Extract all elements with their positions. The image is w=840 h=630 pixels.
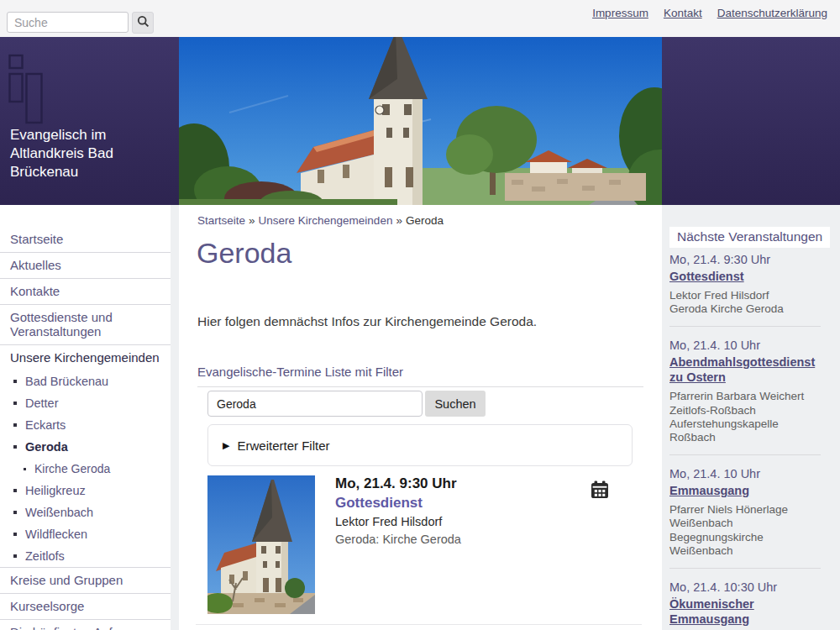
next-events-heading: Nächste Veranstaltungen <box>669 227 830 248</box>
event-separator <box>196 624 642 625</box>
search-input[interactable] <box>7 12 129 33</box>
nav-gottesdienste[interactable]: Gottesdienste und Veranstaltungen <box>0 305 171 345</box>
magnifier-icon <box>137 15 150 30</box>
site-title[interactable]: Evangelisch im Altlandkreis Bad Brückena… <box>10 126 157 181</box>
nav-kurseelsorge[interactable]: Kurseelsorge <box>0 594 171 620</box>
nav-kontakte[interactable]: Kontakte <box>0 279 171 305</box>
sidebar-event: Mo, 21.4. 9:30 Uhr Gottesdienst Lektor F… <box>669 252 821 316</box>
nav-unsere-kirchengemeinden[interactable]: Unsere Kirchengemeinden <box>0 345 171 370</box>
filter-section-heading: Evangelische-Termine Liste mit Filter <box>197 365 643 387</box>
nav-eckarts[interactable]: Eckarts <box>0 414 171 436</box>
sidebar-event: Mo, 21.4. 10 Uhr Emmausgang Pfarrer Niel… <box>669 466 821 558</box>
sidebar-event-datetime: Mo, 21.4. 10 Uhr <box>669 466 821 482</box>
sidebar-event-title-link[interactable]: Abendmahlsgottesdienst zu Ostern <box>669 354 821 385</box>
bullet-icon <box>24 468 26 470</box>
event-filter-input[interactable] <box>207 391 423 417</box>
nav-label: Weißenbach <box>25 506 93 519</box>
sidebar-separator <box>669 568 821 569</box>
breadcrumb-kirchengemeinden[interactable]: Unsere Kirchengemeinden <box>259 214 393 227</box>
nav-label: Zeitlofs <box>25 549 65 563</box>
link-datenschutz[interactable]: Datenschutzerklärung <box>717 7 827 19</box>
sidebar-event: Mo, 21.4. 10:30 Uhr Ökumenischer Emmausg… <box>669 580 821 630</box>
event-datetime: Mo, 21.4. 9:30 Uhr <box>335 475 457 492</box>
sidebar-event-person: Pfarrer Niels Hönerlage <box>669 503 821 517</box>
topbar-links: Impressum Kontakt Datenschutzerklärung <box>592 7 827 19</box>
breadcrumb-startseite[interactable]: Startseite <box>197 214 245 227</box>
nav-label: Wildflecken <box>25 528 87 541</box>
nav-weissenbach[interactable]: Weißenbach <box>0 501 171 523</box>
search-button[interactable] <box>132 12 154 34</box>
link-kontakt[interactable]: Kontakt <box>664 7 702 19</box>
nav-label: Kirche Geroda <box>34 462 110 475</box>
calendar-icon[interactable] <box>590 480 610 503</box>
sidebar-event-title-link[interactable]: Emmausgang <box>669 483 749 498</box>
bullet-icon <box>13 554 17 558</box>
nav-wildflecken[interactable]: Wildflecken <box>0 523 171 545</box>
event-location: Geroda: Kirche Geroda <box>335 533 461 546</box>
bullet-icon <box>13 511 17 514</box>
sidebar-event-location: Weißenbach Begegnungskirche Weißenbach <box>669 517 821 558</box>
next-events-list: Mo, 21.4. 9:30 Uhr Gottesdienst Lektor F… <box>669 252 821 630</box>
bullet-icon <box>13 402 17 405</box>
event-thumbnail[interactable] <box>207 475 315 614</box>
nav-heiligkreuz[interactable]: Heiligkreuz <box>0 480 171 501</box>
breadcrumb-separator: » <box>245 214 259 227</box>
intro-text: Hier folgen demnächst Infos zur Kircheng… <box>197 314 537 329</box>
bullet-icon <box>13 380 17 383</box>
nav-label: Heiligkreuz <box>25 484 86 497</box>
nav-aktuelles[interactable]: Aktuelles <box>0 253 171 279</box>
event-person: Lektor Fred Hilsdorf <box>335 515 442 528</box>
main-navigation: Startseite Aktuelles Kontakte Gottesdien… <box>0 227 171 630</box>
nav-detter[interactable]: Detter <box>0 392 171 414</box>
bullet-icon <box>13 445 17 449</box>
sidebar-event-location: Geroda Kirche Geroda <box>669 302 821 316</box>
top-bar: Impressum Kontakt Datenschutzerklärung <box>0 0 840 37</box>
site-logo-icon <box>8 45 48 129</box>
main-content: Startseite»Unsere Kirchengemeinden»Gerod… <box>179 205 662 630</box>
nav-kirche-geroda[interactable]: Kirche Geroda <box>0 458 171 480</box>
nav-startseite[interactable]: Startseite <box>0 227 171 253</box>
sidebar-event-title-link[interactable]: Gottesdienst <box>669 269 744 284</box>
page-title: Geroda <box>197 237 291 270</box>
breadcrumb: Startseite»Unsere Kirchengemeinden»Gerod… <box>197 214 444 227</box>
header-church-photo <box>179 37 662 205</box>
bullet-icon <box>13 533 17 536</box>
sidebar-separator <box>669 454 821 455</box>
sidebar-event-datetime: Mo, 21.4. 10 Uhr <box>669 338 821 354</box>
sidebar-event-person: Lektor Fred Hilsdorf <box>669 289 821 302</box>
breadcrumb-current: Geroda <box>406 214 444 227</box>
link-impressum[interactable]: Impressum <box>592 7 648 19</box>
event-search-button[interactable]: Suchen <box>425 391 486 417</box>
sidebar-event-datetime: Mo, 21.4. 9:30 Uhr <box>669 252 821 268</box>
sidebar-event-datetime: Mo, 21.4. 10:30 Uhr <box>669 580 821 596</box>
site-header: Evangelisch im Altlandkreis Bad Brückena… <box>0 37 840 205</box>
sidebar-event-title-link[interactable]: Ökumenischer Emmausgang <box>669 596 821 627</box>
sidebar-event-location: Zeitlofs-Roßbach Auferstehungskapelle Ro… <box>669 404 821 445</box>
bullet-icon <box>13 423 17 427</box>
nav-geroda[interactable]: Geroda <box>0 436 171 458</box>
nav-label: Geroda <box>25 440 68 454</box>
nav-label: Bad Brückenau <box>25 375 108 388</box>
extended-filter-expander[interactable]: ▶ Erweiterter Filter <box>207 424 633 466</box>
nav-kreise-und-gruppen[interactable]: Kreise und Gruppen <box>0 567 171 594</box>
nav-label: Eckarts <box>25 418 66 432</box>
sidebar-separator <box>669 326 821 327</box>
sidebar-event-person: Pfarrerin Barbara Weichert <box>669 390 821 403</box>
breadcrumb-separator: » <box>392 214 406 227</box>
right-triangle-icon: ▶ <box>223 440 229 451</box>
left-nav-panel: Startseite Aktuelles Kontakte Gottesdien… <box>0 205 171 630</box>
bullet-icon <box>13 489 17 492</box>
nav-label: Detter <box>25 396 59 410</box>
event-title-link[interactable]: Gottesdienst <box>335 495 423 512</box>
events-sidebar: Nächste Veranstaltungen Mo, 21.4. 9:30 U… <box>662 205 840 630</box>
nav-bad-brueckenau[interactable]: Bad Brückenau <box>0 370 171 392</box>
nav-haeufigste-anfragen[interactable]: Die häufigsten Anfragen <box>0 620 171 630</box>
sidebar-event: Mo, 21.4. 10 Uhr Abendmahlsgottesdienst … <box>669 338 821 444</box>
nav-zeitlofs[interactable]: Zeitlofs <box>0 545 171 567</box>
expander-label: Erweiterter Filter <box>237 438 329 453</box>
